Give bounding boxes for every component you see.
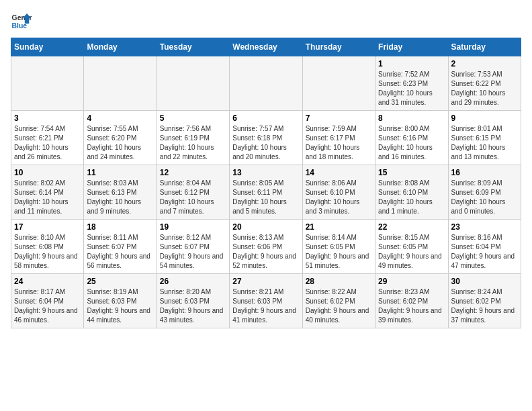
calendar-cell: 28Sunrise: 8:22 AM Sunset: 6:02 PM Dayli… — [302, 274, 375, 328]
day-info: Sunrise: 8:06 AM Sunset: 6:10 PM Dayligh… — [306, 179, 360, 215]
weekday-header-thursday: Thursday — [302, 38, 375, 56]
day-info: Sunrise: 8:21 AM Sunset: 6:03 PM Dayligh… — [232, 288, 296, 324]
calendar-cell: 29Sunrise: 8:23 AM Sunset: 6:02 PM Dayli… — [375, 274, 448, 328]
logo-icon: General Blue — [11, 11, 32, 32]
calendar-cell: 22Sunrise: 8:15 AM Sunset: 6:05 PM Dayli… — [375, 220, 448, 274]
calendar-cell: 7Sunrise: 7:59 AM Sunset: 6:17 PM Daylig… — [302, 111, 375, 165]
day-number: 23 — [451, 222, 518, 232]
calendar-cell — [11, 56, 84, 111]
day-info: Sunrise: 8:14 AM Sunset: 6:05 PM Dayligh… — [306, 234, 369, 269]
day-number: 25 — [87, 277, 153, 286]
day-info: Sunrise: 8:19 AM Sunset: 6:03 PM Dayligh… — [87, 288, 150, 324]
day-number: 17 — [14, 222, 81, 232]
day-number: 12 — [160, 168, 226, 177]
day-number: 7 — [306, 113, 372, 123]
day-info: Sunrise: 8:15 AM Sunset: 6:05 PM Dayligh… — [378, 234, 442, 269]
day-number: 13 — [232, 168, 299, 177]
day-number: 8 — [378, 113, 445, 123]
weekday-header-sunday: Sunday — [11, 38, 84, 56]
calendar-cell — [230, 56, 302, 111]
day-info: Sunrise: 8:01 AM Sunset: 6:15 PM Dayligh… — [451, 125, 506, 161]
weekday-header-wednesday: Wednesday — [230, 38, 302, 56]
day-info: Sunrise: 7:56 AM Sunset: 6:19 PM Dayligh… — [160, 125, 214, 161]
calendar-table: SundayMondayTuesdayWednesdayThursdayFrid… — [11, 38, 521, 328]
calendar-cell: 11Sunrise: 8:03 AM Sunset: 6:13 PM Dayli… — [84, 165, 157, 220]
day-info: Sunrise: 8:11 AM Sunset: 6:07 PM Dayligh… — [87, 234, 150, 269]
day-info: Sunrise: 8:24 AM Sunset: 6:02 PM Dayligh… — [451, 288, 515, 324]
weekday-header-tuesday: Tuesday — [157, 38, 229, 56]
calendar-cell: 9Sunrise: 8:01 AM Sunset: 6:15 PM Daylig… — [448, 111, 521, 165]
day-info: Sunrise: 7:59 AM Sunset: 6:17 PM Dayligh… — [306, 125, 360, 161]
day-info: Sunrise: 8:02 AM Sunset: 6:14 PM Dayligh… — [14, 179, 69, 215]
day-info: Sunrise: 7:55 AM Sunset: 6:20 PM Dayligh… — [87, 125, 141, 161]
day-info: Sunrise: 8:09 AM Sunset: 6:09 PM Dayligh… — [451, 179, 506, 215]
day-number: 9 — [451, 113, 518, 123]
day-number: 3 — [14, 113, 81, 123]
calendar-cell: 12Sunrise: 8:04 AM Sunset: 6:12 PM Dayli… — [157, 165, 229, 220]
day-number: 20 — [232, 222, 299, 232]
day-info: Sunrise: 8:22 AM Sunset: 6:02 PM Dayligh… — [306, 288, 369, 324]
day-number: 24 — [14, 277, 81, 286]
calendar-cell — [302, 56, 375, 111]
day-info: Sunrise: 8:10 AM Sunset: 6:08 PM Dayligh… — [14, 234, 78, 269]
day-info: Sunrise: 8:08 AM Sunset: 6:10 PM Dayligh… — [378, 179, 433, 215]
calendar-cell: 27Sunrise: 8:21 AM Sunset: 6:03 PM Dayli… — [230, 274, 302, 328]
calendar-cell: 2Sunrise: 7:53 AM Sunset: 6:22 PM Daylig… — [448, 56, 521, 111]
calendar-cell: 19Sunrise: 8:12 AM Sunset: 6:07 PM Dayli… — [157, 220, 229, 274]
day-info: Sunrise: 8:04 AM Sunset: 6:12 PM Dayligh… — [160, 179, 214, 215]
calendar-cell: 24Sunrise: 8:17 AM Sunset: 6:04 PM Dayli… — [11, 274, 84, 328]
calendar-cell: 26Sunrise: 8:20 AM Sunset: 6:03 PM Dayli… — [157, 274, 229, 328]
day-number: 19 — [160, 222, 226, 232]
day-number: 14 — [306, 168, 372, 177]
day-info: Sunrise: 8:20 AM Sunset: 6:03 PM Dayligh… — [160, 288, 224, 324]
day-number: 30 — [451, 277, 518, 286]
calendar-cell: 1Sunrise: 7:52 AM Sunset: 6:23 PM Daylig… — [375, 56, 448, 111]
day-info: Sunrise: 7:53 AM Sunset: 6:22 PM Dayligh… — [451, 71, 506, 106]
calendar-cell — [84, 56, 157, 111]
day-number: 18 — [87, 222, 153, 232]
weekday-header-saturday: Saturday — [448, 38, 521, 56]
day-info: Sunrise: 8:05 AM Sunset: 6:11 PM Dayligh… — [232, 179, 287, 215]
calendar-cell: 18Sunrise: 8:11 AM Sunset: 6:07 PM Dayli… — [84, 220, 157, 274]
weekday-header-friday: Friday — [375, 38, 448, 56]
day-number: 1 — [378, 59, 445, 68]
day-info: Sunrise: 7:52 AM Sunset: 6:23 PM Dayligh… — [378, 71, 433, 106]
day-info: Sunrise: 8:16 AM Sunset: 6:04 PM Dayligh… — [451, 234, 515, 269]
calendar-cell: 4Sunrise: 7:55 AM Sunset: 6:20 PM Daylig… — [84, 111, 157, 165]
day-number: 16 — [451, 168, 518, 177]
logo: General Blue — [11, 11, 32, 32]
day-number: 28 — [306, 277, 372, 286]
day-number: 27 — [232, 277, 299, 286]
calendar-cell: 13Sunrise: 8:05 AM Sunset: 6:11 PM Dayli… — [230, 165, 302, 220]
day-info: Sunrise: 7:54 AM Sunset: 6:21 PM Dayligh… — [14, 125, 69, 161]
weekday-header-monday: Monday — [84, 38, 157, 56]
calendar-cell: 15Sunrise: 8:08 AM Sunset: 6:10 PM Dayli… — [375, 165, 448, 220]
day-number: 15 — [378, 168, 445, 177]
day-number: 26 — [160, 277, 226, 286]
day-info: Sunrise: 8:00 AM Sunset: 6:16 PM Dayligh… — [378, 125, 433, 161]
calendar-cell: 3Sunrise: 7:54 AM Sunset: 6:21 PM Daylig… — [11, 111, 84, 165]
day-number: 6 — [232, 113, 299, 123]
day-number: 5 — [160, 113, 226, 123]
day-number: 10 — [14, 168, 81, 177]
calendar-cell: 17Sunrise: 8:10 AM Sunset: 6:08 PM Dayli… — [11, 220, 84, 274]
calendar-cell: 8Sunrise: 8:00 AM Sunset: 6:16 PM Daylig… — [375, 111, 448, 165]
calendar-cell: 21Sunrise: 8:14 AM Sunset: 6:05 PM Dayli… — [302, 220, 375, 274]
day-info: Sunrise: 8:03 AM Sunset: 6:13 PM Dayligh… — [87, 179, 141, 215]
calendar-cell: 25Sunrise: 8:19 AM Sunset: 6:03 PM Dayli… — [84, 274, 157, 328]
day-info: Sunrise: 8:12 AM Sunset: 6:07 PM Dayligh… — [160, 234, 224, 269]
day-number: 11 — [87, 168, 153, 177]
day-info: Sunrise: 8:13 AM Sunset: 6:06 PM Dayligh… — [232, 234, 296, 269]
calendar-cell: 14Sunrise: 8:06 AM Sunset: 6:10 PM Dayli… — [302, 165, 375, 220]
header: General Blue — [11, 11, 521, 32]
day-number: 21 — [306, 222, 372, 232]
day-info: Sunrise: 8:23 AM Sunset: 6:02 PM Dayligh… — [378, 288, 442, 324]
day-number: 22 — [378, 222, 445, 232]
day-info: Sunrise: 8:17 AM Sunset: 6:04 PM Dayligh… — [14, 288, 78, 324]
day-number: 29 — [378, 277, 445, 286]
day-info: Sunrise: 7:57 AM Sunset: 6:18 PM Dayligh… — [232, 125, 287, 161]
day-number: 4 — [87, 113, 153, 123]
calendar-cell: 30Sunrise: 8:24 AM Sunset: 6:02 PM Dayli… — [448, 274, 521, 328]
calendar-cell: 23Sunrise: 8:16 AM Sunset: 6:04 PM Dayli… — [448, 220, 521, 274]
calendar-cell: 6Sunrise: 7:57 AM Sunset: 6:18 PM Daylig… — [230, 111, 302, 165]
